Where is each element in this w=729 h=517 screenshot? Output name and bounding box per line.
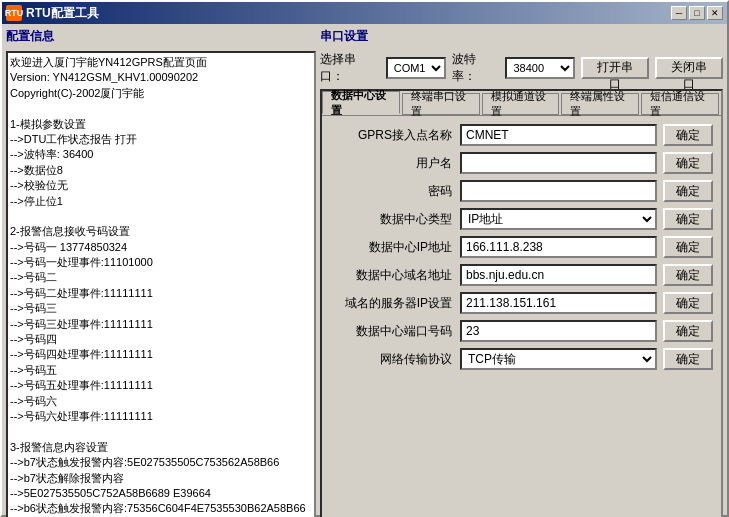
confirm-btn-1[interactable]: 确定 [663,152,713,174]
form-input-0[interactable] [460,124,657,146]
tab-analog[interactable]: 模拟通道设置 [482,93,560,115]
tab-property[interactable]: 终端属性设置 [561,93,639,115]
form-label-1: 用户名 [330,155,460,172]
tab-panel: 数据中心设置终端串口设置模拟通道设置终端属性设置短信通信设置 GPRS接入点名称… [320,89,723,517]
confirm-btn-3[interactable]: 确定 [663,208,713,230]
form-row-1: 用户名确定 [330,152,713,174]
form-row-8: 网络传输协议TCP传输UDP传输确定 [330,348,713,370]
form-row-0: GPRS接入点名称确定 [330,124,713,146]
form-row-2: 密码确定 [330,180,713,202]
form-label-5: 数据中心域名地址 [330,267,460,284]
confirm-btn-7[interactable]: 确定 [663,320,713,342]
form-label-4: 数据中心IP地址 [330,239,460,256]
main-window: RTU RTU配置工具 ─ □ ✕ 配置信息 欢迎进入厦门宇能YN412GPRS… [0,0,729,517]
baud-rate-select[interactable]: 38400 [505,57,575,79]
form-input-1[interactable] [460,152,657,174]
form-select-8[interactable]: TCP传输UDP传输 [460,348,657,370]
title-buttons: ─ □ ✕ [671,6,723,20]
tab-bar: 数据中心设置终端串口设置模拟通道设置终端属性设置短信通信设置 [322,91,721,116]
form-label-6: 域名的服务器IP设置 [330,295,460,312]
form-label-0: GPRS接入点名称 [330,127,460,144]
tab-sms[interactable]: 短信通信设置 [641,93,719,115]
serial-settings-title: 串口设置 [320,28,723,45]
close-port-button[interactable]: 关闭串口 [655,57,723,79]
maximize-button[interactable]: □ [689,6,705,20]
form-input-6[interactable] [460,292,657,314]
tab-terminal[interactable]: 终端串口设置 [402,93,480,115]
form-row-7: 数据中心端口号码确定 [330,320,713,342]
form-row-5: 数据中心域名地址确定 [330,264,713,286]
form-row-6: 域名的服务器IP设置确定 [330,292,713,314]
tab-datacenter[interactable]: 数据中心设置 [322,91,400,114]
form-input-2[interactable] [460,180,657,202]
baud-rate-label: 波特率： [452,51,500,85]
confirm-btn-6[interactable]: 确定 [663,292,713,314]
left-panel: 配置信息 欢迎进入厦门宇能YN412GPRS配置页面 Version: YN41… [6,28,316,517]
title-bar-left: RTU RTU配置工具 [6,5,99,22]
form-row-3: 数据中心类型IP地址域名确定 [330,208,713,230]
window-title: RTU配置工具 [26,5,99,22]
title-bar: RTU RTU配置工具 ─ □ ✕ [2,2,727,24]
port-select-label: 选择串口： [320,51,380,85]
form-input-5[interactable] [460,264,657,286]
form-label-8: 网络传输协议 [330,351,460,368]
form-input-4[interactable] [460,236,657,258]
form-input-7[interactable] [460,320,657,342]
config-info-title: 配置信息 [6,28,316,45]
right-panel: 串口设置 选择串口： COM1 波特率： 38400 打开串口 关闭串口 数据中… [320,28,723,517]
confirm-btn-0[interactable]: 确定 [663,124,713,146]
tab-content: GPRS接入点名称确定用户名确定密码确定数据中心类型IP地址域名确定数据中心IP… [322,116,721,517]
close-button[interactable]: ✕ [707,6,723,20]
confirm-btn-2[interactable]: 确定 [663,180,713,202]
form-label-2: 密码 [330,183,460,200]
confirm-btn-4[interactable]: 确定 [663,236,713,258]
port-select[interactable]: COM1 [386,57,446,79]
minimize-button[interactable]: ─ [671,6,687,20]
form-label-7: 数据中心端口号码 [330,323,460,340]
config-info-box[interactable]: 欢迎进入厦门宇能YN412GPRS配置页面 Version: YN412GSM_… [6,51,316,517]
serial-top-row: 选择串口： COM1 波特率： 38400 打开串口 关闭串口 [320,51,723,85]
confirm-btn-8[interactable]: 确定 [663,348,713,370]
form-label-3: 数据中心类型 [330,211,460,228]
main-content: 配置信息 欢迎进入厦门宇能YN412GPRS配置页面 Version: YN41… [2,24,727,517]
open-port-button[interactable]: 打开串口 [581,57,649,79]
form-row-4: 数据中心IP地址确定 [330,236,713,258]
app-icon: RTU [6,5,22,21]
form-select-3[interactable]: IP地址域名 [460,208,657,230]
confirm-btn-5[interactable]: 确定 [663,264,713,286]
